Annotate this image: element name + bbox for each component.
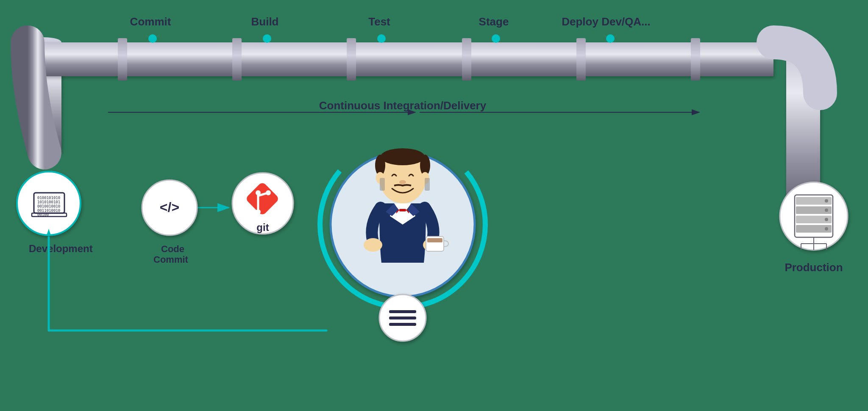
svg-rect-24	[34, 193, 64, 213]
svg-marker-26	[47, 229, 51, 235]
svg-rect-41	[380, 178, 385, 191]
svg-rect-4	[28, 42, 773, 76]
svg-rect-42	[425, 178, 430, 191]
svg-point-45	[423, 238, 442, 252]
svg-point-31	[256, 190, 261, 195]
svg-rect-46	[426, 236, 444, 251]
svg-point-38	[376, 172, 384, 184]
production-label: Production	[785, 261, 843, 274]
svg-rect-8	[232, 38, 242, 81]
svg-point-44	[364, 238, 382, 252]
jenkins-inner-circle	[331, 153, 475, 297]
svg-point-57	[825, 208, 828, 212]
svg-point-39	[421, 172, 429, 184]
svg-point-16	[492, 34, 500, 43]
binary-line1: 0100101010	[37, 196, 60, 200]
svg-line-30	[258, 193, 268, 196]
svg-point-59	[825, 227, 828, 230]
jenkins-outer-ring	[320, 142, 485, 307]
stage-stage-label: Stage	[479, 15, 509, 28]
binary-line3: 0010010010	[37, 204, 60, 208]
svg-rect-25	[32, 213, 67, 217]
svg-point-13	[148, 34, 157, 43]
stage-build-label: Build	[251, 15, 279, 28]
code-symbol: </>	[160, 200, 179, 215]
svg-point-2	[28, 147, 61, 158]
binary-line4: 0011010010	[37, 208, 60, 213]
svg-rect-12	[691, 38, 700, 81]
svg-rect-55	[796, 225, 832, 233]
svg-rect-48	[389, 310, 416, 313]
svg-rect-51	[795, 195, 833, 237]
svg-rect-5	[786, 42, 820, 212]
production-circle	[780, 182, 848, 250]
code-commit-circle	[142, 180, 197, 235]
binary-line5: 00100	[37, 213, 49, 217]
svg-point-15	[377, 34, 386, 43]
stage-commit-label: Commit	[130, 15, 171, 28]
stage-test-label: Test	[368, 15, 390, 28]
svg-rect-47	[427, 238, 442, 242]
svg-rect-50	[389, 323, 416, 326]
svg-rect-10	[462, 38, 471, 81]
svg-point-56	[825, 199, 828, 203]
menu-circle	[379, 294, 426, 341]
binary-line2: 1010100101	[37, 200, 60, 204]
svg-point-36	[375, 155, 385, 176]
svg-rect-54	[796, 216, 832, 223]
svg-rect-52	[796, 197, 832, 205]
svg-point-33	[256, 209, 261, 214]
dev-circle	[17, 172, 81, 235]
svg-point-37	[420, 155, 430, 176]
svg-point-14	[263, 34, 271, 43]
svg-rect-28	[245, 181, 280, 216]
code-commit-label: Code	[161, 244, 184, 254]
svg-rect-7	[118, 38, 127, 81]
svg-point-35	[381, 148, 425, 165]
svg-point-40	[399, 180, 406, 184]
svg-point-34	[379, 153, 426, 203]
svg-point-58	[825, 218, 828, 221]
ci-label: Continuous Integration/Delivery	[319, 99, 487, 112]
git-label: git	[256, 222, 269, 233]
svg-rect-49	[389, 317, 416, 319]
svg-point-1	[28, 37, 61, 47]
code-commit-label2: Commit	[153, 254, 189, 265]
svg-point-32	[266, 190, 271, 195]
svg-rect-43	[399, 209, 406, 211]
svg-point-6	[786, 207, 820, 217]
svg-rect-0	[28, 42, 61, 153]
svg-rect-11	[576, 38, 586, 81]
git-circle	[232, 173, 293, 234]
svg-rect-3	[28, 42, 773, 76]
stage-deploy-label: Deploy Dev/QA...	[562, 15, 651, 28]
svg-point-17	[606, 34, 615, 43]
svg-rect-9	[347, 38, 356, 81]
development-label: Development	[29, 243, 93, 254]
svg-rect-53	[796, 206, 832, 214]
